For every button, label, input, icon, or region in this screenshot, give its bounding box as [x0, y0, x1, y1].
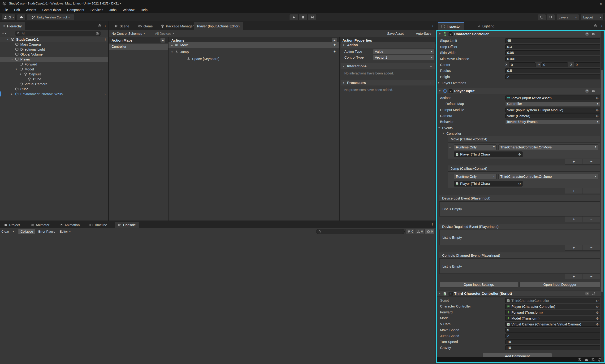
control-schemes-dropdown[interactable]: No Control Schemes ▾: [112, 30, 145, 37]
tab-animation[interactable]: Animation: [56, 222, 83, 228]
minimize-button[interactable]: –: [579, 0, 588, 7]
search-button[interactable]: [547, 14, 555, 20]
vcam-field[interactable]: Virtual Camera (Cinemachine Virtual Came…: [505, 322, 600, 327]
hierarchy-row[interactable]: Main Camera: [0, 42, 108, 47]
object-picker-icon[interactable]: ⊙: [595, 304, 600, 309]
play-button[interactable]: [289, 14, 298, 20]
open-input-settings-button[interactable]: Open Input Settings: [439, 282, 518, 287]
drag-handle-icon[interactable]: =: [449, 175, 451, 178]
tab-input-actions-editor[interactable]: Player (Input Actions Editor): [194, 22, 243, 30]
error-pause-toggle[interactable]: Error Pause: [38, 228, 55, 235]
hierarchy-row[interactable]: ▼ Capsule: [0, 72, 108, 77]
move-event-mode-dropdown[interactable]: Runtime Only: [454, 144, 497, 150]
console-menu-icon[interactable]: ⋮: [431, 222, 434, 227]
action-type-dropdown[interactable]: Value: [373, 49, 434, 54]
foldout-open-icon[interactable]: ▼: [7, 38, 9, 41]
lock-icon[interactable]: [98, 24, 102, 27]
action-row-jump[interactable]: ▼ Jump +,: [168, 49, 339, 55]
foldout-open-icon[interactable]: ▼: [438, 127, 440, 129]
tab-timeline[interactable]: Timeline: [86, 222, 110, 228]
pause-button[interactable]: [298, 14, 308, 20]
menu-component[interactable]: Component: [64, 7, 87, 13]
preset-icon[interactable]: [592, 89, 595, 93]
control-type-dropdown[interactable]: Vector 2: [373, 55, 434, 60]
foldout-open-icon[interactable]: ▼: [19, 73, 22, 75]
scene-row[interactable]: ▼ StudyCase1-1 ⋮: [0, 37, 108, 42]
pick-window-icon[interactable]: [96, 32, 99, 35]
foldout-closed-icon[interactable]: ▶: [11, 93, 13, 95]
jump-target-object-field[interactable]: Player (Third Chara ⊙: [454, 181, 523, 186]
foldout-open-icon[interactable]: ▼: [439, 292, 441, 295]
step-offset-field[interactable]: 0.3: [505, 44, 600, 49]
height-field[interactable]: 2: [505, 75, 600, 79]
tab-console[interactable]: Console: [115, 222, 139, 228]
remove-listener-button[interactable]: −: [582, 159, 600, 164]
layout-dropdown[interactable]: Layout ▾: [581, 14, 604, 20]
help-icon[interactable]: ?: [585, 32, 589, 36]
foldout-closed-icon[interactable]: ▶: [171, 44, 173, 47]
menu-file[interactable]: File: [0, 7, 11, 13]
tab-inspector[interactable]: i Inspector: [438, 22, 464, 30]
controller-foldout-label[interactable]: Controller: [446, 131, 461, 136]
player-input-header[interactable]: ▼ ✓ Player Input ? ⋮: [437, 88, 604, 94]
hierarchy-row-prefab[interactable]: ▶ Environment_Narrow_Walls ›: [0, 91, 108, 96]
inspector-menu-icon[interactable]: ⋮: [600, 23, 604, 27]
auto-save-button[interactable]: Auto-Save: [416, 30, 431, 37]
move-speed-field[interactable]: 5: [505, 328, 600, 333]
character-controller-ref-field[interactable]: Player (Character Controller) ⊙: [505, 304, 600, 309]
foldout-open-icon[interactable]: ▼: [439, 33, 441, 35]
drag-handle-icon[interactable]: =: [449, 145, 451, 149]
maximize-button[interactable]: [589, 0, 596, 7]
lock-icon[interactable]: [593, 24, 597, 27]
slope-limit-field[interactable]: 45: [505, 38, 600, 43]
script-object-field[interactable]: ThirdCharacterController ⊙: [505, 298, 600, 303]
remove-listener-button[interactable]: −: [582, 217, 600, 222]
events-foldout-label[interactable]: Events: [442, 126, 452, 131]
console-search-input[interactable]: [323, 230, 402, 234]
center-z-field[interactable]: 0: [574, 62, 600, 67]
notifications-muted-icon[interactable]: [578, 358, 582, 362]
tab-lighting[interactable]: Lighting: [474, 22, 498, 30]
skin-width-field[interactable]: 0.08: [505, 50, 600, 55]
character-controller-header[interactable]: ▼ ✓ Character Controller ? ⋮: [437, 31, 604, 37]
editor-dropdown[interactable]: Editor ▾: [60, 228, 71, 235]
radius-field[interactable]: 0.5: [505, 68, 600, 73]
devices-dropdown[interactable]: All Devices ▾: [155, 30, 174, 37]
preset-icon[interactable]: [592, 32, 595, 36]
preset-icon[interactable]: [592, 292, 595, 296]
collapse-toggle[interactable]: Collapse: [18, 229, 35, 234]
foldout-open-icon[interactable]: ▼: [442, 132, 445, 134]
object-picker-icon[interactable]: ⊙: [595, 108, 600, 112]
actions-object-field[interactable]: Player (Input Action Asset) ⊙: [505, 95, 600, 101]
remove-listener-button[interactable]: −: [582, 274, 600, 279]
tab-game[interactable]: Game: [135, 22, 156, 30]
tab-scene[interactable]: Scene: [111, 22, 133, 30]
section-action[interactable]: ▼ Action: [341, 42, 435, 48]
camera-field[interactable]: None (Camera) ⊙: [505, 114, 600, 118]
move-target-object-field[interactable]: Player (Third Chara ⊙: [454, 152, 523, 157]
hierarchy-search-field[interactable]: [15, 31, 101, 36]
action-map-row-controller[interactable]: Controller: [109, 43, 168, 50]
default-map-dropdown[interactable]: Controller: [505, 101, 600, 106]
object-picker-icon[interactable]: ⊙: [595, 316, 600, 320]
action-row-move[interactable]: ▶ ◎ Move +,: [168, 42, 339, 48]
turn-speed-field[interactable]: 10: [505, 339, 600, 344]
console-search-field[interactable]: [316, 229, 405, 234]
foldout-open-icon[interactable]: ▼: [11, 58, 13, 61]
jump-callback-dropdown[interactable]: ThirdCharacterController.OnJump: [498, 174, 598, 179]
hierarchy-row[interactable]: Cube: [0, 87, 108, 91]
add-processor-button[interactable]: +: [430, 81, 432, 85]
undo-history-button[interactable]: [538, 14, 546, 20]
remove-listener-button[interactable]: −: [582, 245, 600, 250]
component-enabled-checkbox[interactable]: ✓: [449, 89, 452, 93]
tab-project[interactable]: Project: [1, 222, 23, 228]
menu-edit[interactable]: Edit: [12, 7, 23, 13]
move-callback-dropdown[interactable]: ThirdCharacterController.OnMove: [498, 144, 598, 150]
alerts-muted-icon[interactable]: [591, 358, 595, 362]
save-asset-button[interactable]: Save Asset: [387, 30, 404, 37]
scene-menu-icon[interactable]: ⋮: [103, 37, 107, 42]
menu-jobs[interactable]: Jobs: [107, 7, 119, 13]
add-binding-button[interactable]: +,: [334, 42, 336, 47]
panel-divider[interactable]: [0, 221, 436, 221]
model-field[interactable]: Model (Transform) ⊙: [505, 316, 600, 321]
